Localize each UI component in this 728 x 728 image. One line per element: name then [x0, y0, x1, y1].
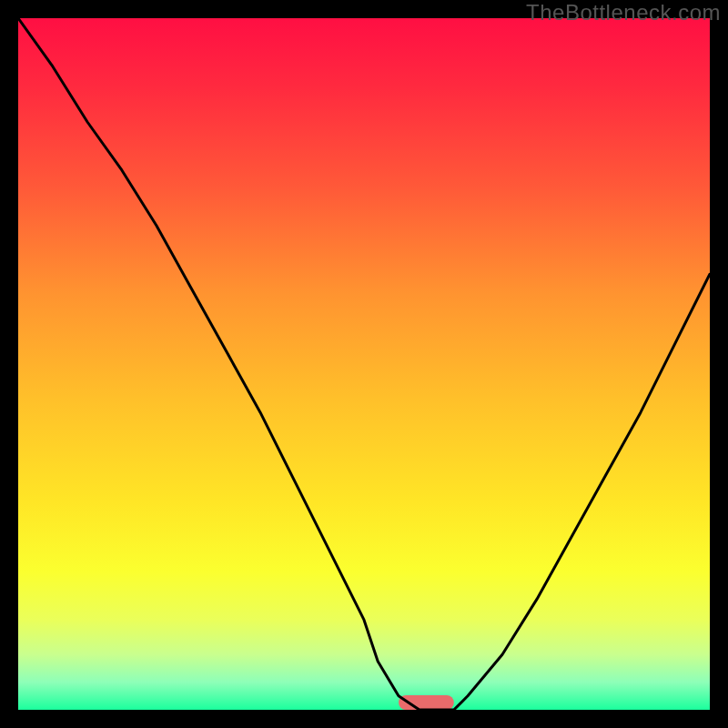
chart-svg [18, 18, 710, 710]
plot-area [18, 18, 710, 710]
watermark-text: TheBottleneck.com [526, 0, 721, 25]
gradient-background [18, 18, 710, 710]
chart-frame: TheBottleneck.com [0, 0, 728, 728]
